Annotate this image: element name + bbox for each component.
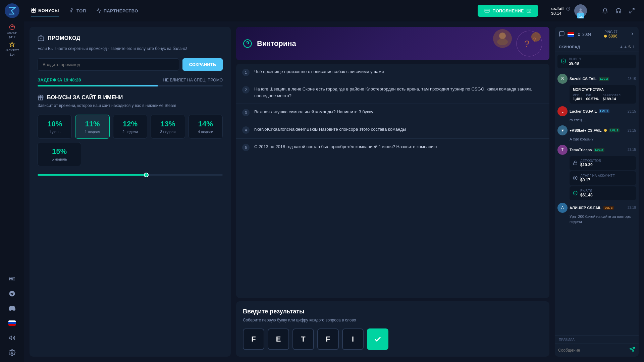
skinpad-header: СКИНОПАД 4 4 5 1 bbox=[555, 42, 639, 52]
stat-wr: В/Р 60.57% bbox=[586, 94, 599, 101]
main-area: БОНУСЫ ТОП ПАРТНЁРСТВО ПОПОЛНЕНИЕ bbox=[24, 0, 644, 362]
chat-input[interactable] bbox=[558, 348, 627, 353]
answer-submit-button[interactable] bbox=[367, 328, 388, 350]
svg-point-4 bbox=[71, 8, 72, 9]
check-icon bbox=[561, 58, 566, 65]
quiz-question-4[interactable]: 4 hxeNoICrxaaifoncNaldeernBskiB Назовите… bbox=[236, 121, 549, 139]
sidebar-jackpot[interactable]: JACKPOT $14 bbox=[5, 42, 19, 56]
msg-user-tema: TemaTriceps bbox=[570, 148, 592, 152]
svg-rect-5 bbox=[485, 9, 489, 12]
nav-bonuses[interactable]: БОНУСЫ bbox=[31, 5, 59, 16]
bonus-period-3: 2 недели bbox=[117, 130, 144, 134]
bonus-pct-1: 10% bbox=[41, 120, 68, 128]
bonus-card-1week[interactable]: 11% 1 неделя bbox=[75, 115, 109, 139]
stats-title: МОЯ СТАТИСТИКА bbox=[573, 88, 633, 92]
quiz-panel: Викторина ? ? bbox=[236, 27, 549, 357]
bonus-period-5: 4 недели bbox=[192, 130, 219, 134]
withdraw-tema-card: ВЫВЕЛ $61.48 bbox=[570, 186, 636, 200]
bonus-pct-2: 11% bbox=[79, 120, 106, 128]
msg-header-suzuki: S Suzuki CS.FAIL LVL 2 23:15 bbox=[557, 74, 636, 84]
msg-avatar-alisher[interactable]: А bbox=[557, 203, 568, 213]
bonuses-desc: Зависит от времени, которое наш сайт нах… bbox=[38, 103, 223, 108]
withdraw-tema-amount: $61.48 bbox=[580, 193, 593, 197]
promo-save-button[interactable]: СОХРАНИТЬ bbox=[182, 58, 223, 71]
jackpot-label: JACKPOT bbox=[5, 49, 19, 52]
quiz-question-2[interactable]: 2 На юге Швеции, в лене Сконе есть город… bbox=[236, 81, 549, 104]
svg-text:?: ? bbox=[533, 37, 536, 43]
money-card: ДЕНЕГ НА АККАУНТЕ $0.17 bbox=[570, 171, 636, 185]
stats-row: ИГР 1,481 В/Р 60.57% ЗАРАБОТАЛ $189.14 bbox=[573, 94, 633, 101]
slider-row bbox=[38, 174, 223, 176]
bonus-pct-3: 12% bbox=[117, 120, 144, 128]
stats-card-suzuki: МОЯ СТАТИСТИКА ИГР 1,481 В/Р 60.57% bbox=[570, 85, 636, 104]
chat-send-button[interactable] bbox=[629, 347, 635, 354]
slider-thumb[interactable] bbox=[144, 173, 149, 177]
svg-point-20 bbox=[497, 39, 508, 45]
stat-games: ИГР 1,481 bbox=[573, 94, 582, 101]
volume-icon[interactable] bbox=[6, 332, 18, 344]
msg-header-asket: ♥ ♥AS$ket♥ CS.FAIL LVL 2 23:15 bbox=[557, 125, 636, 135]
bonus-card-1day[interactable]: 10% 1 день bbox=[38, 115, 72, 139]
bonus-cards-row2: 15% 5 недель bbox=[38, 142, 223, 166]
msg-time-asket: 23:15 bbox=[628, 129, 636, 132]
vk-icon[interactable] bbox=[6, 273, 18, 285]
svg-point-0 bbox=[5, 3, 19, 18]
chat-msg-tema: T TemaTriceps LVL 2 23:15 bbox=[557, 145, 636, 200]
answer-box-4[interactable]: F bbox=[317, 328, 339, 350]
top-withdraw-card: ВЫВЕЛ $9.48 bbox=[557, 55, 636, 68]
promo-input[interactable] bbox=[38, 58, 179, 71]
svg-text:?: ? bbox=[524, 39, 530, 49]
user-avatar[interactable]: 1 LVL bbox=[574, 4, 587, 17]
logo[interactable] bbox=[5, 3, 19, 18]
chat-msg-suzuki: S Suzuki CS.FAIL LVL 2 23:15 МОЯ СТАТИСТ… bbox=[557, 74, 636, 104]
sidebar-crash[interactable]: CRASH $412 bbox=[5, 24, 19, 39]
answer-box-5[interactable]: I bbox=[342, 328, 364, 350]
q-num-4: 4 bbox=[242, 126, 250, 134]
chat-expand-icon[interactable] bbox=[630, 32, 635, 37]
quiz-question-5[interactable]: 5 С 2013 по 2018 год какой состав был пр… bbox=[236, 139, 549, 156]
nav-top[interactable]: ТОП bbox=[69, 5, 86, 16]
chat-bubble-icon[interactable] bbox=[559, 31, 565, 38]
answer-box-2[interactable]: E bbox=[268, 328, 289, 350]
nav-partnership[interactable]: ПАРТНЁРСТВО bbox=[96, 5, 138, 16]
discord-icon[interactable] bbox=[6, 302, 18, 314]
msg-lvl-suzuki: LVL 2 bbox=[599, 77, 609, 81]
russia-flag-icon[interactable] bbox=[6, 317, 18, 329]
telegram-icon[interactable] bbox=[6, 288, 18, 300]
chat-rules[interactable]: ПРАВИЛА bbox=[555, 336, 639, 344]
msg-user-alisher: АЛИШЕР CS.FAIL bbox=[570, 206, 601, 210]
deposit-button[interactable]: ПОПОЛНЕНИЕ bbox=[478, 5, 538, 17]
quiz-question-3[interactable]: 3 Важная лягушка символ чьей команды? На… bbox=[236, 104, 549, 121]
skinpad-num-1: 4 bbox=[621, 45, 623, 49]
msg-header-alisher: А АЛИШЕР CS.FAIL LVL 3 23:19 bbox=[557, 203, 636, 213]
bonus-period-2: 1 неделя bbox=[79, 130, 106, 134]
answer-box-1[interactable]: F bbox=[243, 328, 264, 350]
bonus-period-1: 1 день bbox=[41, 130, 68, 134]
stat-earned: ЗАРАБОТАЛ $189.14 bbox=[603, 94, 621, 101]
chat-panel: 3034 PING 77 6096 СКИНОПАД bbox=[555, 27, 639, 357]
bonus-card-5weeks[interactable]: 15% 5 недель bbox=[38, 142, 81, 166]
bell-icon[interactable] bbox=[600, 5, 610, 16]
slider-track[interactable] bbox=[38, 174, 223, 176]
bonus-card-2weeks[interactable]: 12% 2 недели bbox=[113, 115, 147, 139]
quiz-question-1[interactable]: 1 Чьё прозвище произошло от описания соб… bbox=[236, 64, 549, 81]
bonus-pct-5: 14% bbox=[192, 120, 219, 128]
no-special-label: НЕ ВЛИЯЕТ НА СПЕЦ. ПРОМО bbox=[163, 78, 223, 82]
bonus-card-3weeks[interactable]: 13% 3 недели bbox=[151, 115, 185, 139]
svg-point-19 bbox=[499, 33, 506, 39]
expand-icon[interactable] bbox=[627, 5, 637, 16]
bonus-card-4weeks[interactable]: 14% 4 недели bbox=[189, 115, 223, 139]
answer-box-3[interactable]: T bbox=[292, 328, 314, 350]
chat-header: 3034 PING 77 6096 bbox=[555, 27, 639, 42]
msg-avatar-asket[interactable]: ♥ bbox=[557, 125, 568, 135]
msg-avatar-tema[interactable]: T bbox=[557, 145, 568, 155]
q-text-3: Важная лягушка символ чьей команды? Напи… bbox=[254, 109, 373, 115]
headset-icon[interactable] bbox=[613, 5, 624, 16]
q-num-3: 3 bbox=[242, 109, 250, 116]
svg-point-21 bbox=[578, 33, 580, 35]
settings-icon[interactable] bbox=[6, 347, 18, 359]
withdraw-tema-label: ВЫВЕЛ bbox=[580, 189, 593, 193]
skinpad-num-4: 1 bbox=[633, 45, 635, 49]
msg-avatar-lucker[interactable]: L bbox=[557, 106, 568, 116]
msg-avatar-suzuki[interactable]: S bbox=[557, 74, 568, 84]
